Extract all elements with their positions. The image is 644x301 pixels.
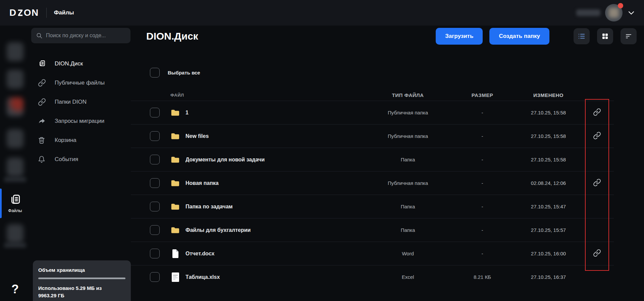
row-checkbox[interactable] <box>150 108 160 117</box>
list-view-button[interactable] <box>574 28 590 44</box>
chevron-down-icon[interactable] <box>627 9 635 17</box>
rail-app-blurred-1[interactable] <box>7 42 23 61</box>
file-name[interactable]: Новая папка <box>185 180 368 186</box>
file-name[interactable]: Отчет.docx <box>185 251 368 257</box>
sidebar-item-label: Запросы миграции <box>55 118 104 124</box>
table-row[interactable]: Файлы для бухгалтерии Папка - 27.10.25, … <box>131 218 614 242</box>
avatar[interactable] <box>605 4 623 21</box>
file-type: Публичная папка <box>368 110 448 115</box>
search-input[interactable] <box>46 33 126 39</box>
select-all-checkbox[interactable] <box>150 68 160 78</box>
main-content: DION.Диск Загрузить Создать папку Выбрат… <box>131 26 644 301</box>
upload-button[interactable]: Загрузить <box>436 28 483 45</box>
copy-link-button[interactable] <box>592 249 602 259</box>
folder-icon <box>170 156 180 164</box>
file-name[interactable]: 1 <box>185 110 368 116</box>
file-size: - <box>448 204 517 209</box>
copy-link-button[interactable] <box>592 178 602 188</box>
sidebar-item-4[interactable]: Корзина <box>30 131 131 150</box>
file-size: - <box>448 227 517 233</box>
logo-text-left: D <box>9 7 17 18</box>
sidebar-item-label: Публичные файлы <box>55 80 105 86</box>
link-icon <box>593 132 601 141</box>
docs-icon <box>38 60 46 68</box>
excel-file-icon <box>170 272 180 282</box>
create-folder-button[interactable]: Создать папку <box>489 28 549 45</box>
header-modified: ИЗМЕНЕНО <box>517 92 580 98</box>
sort-icon <box>625 32 633 40</box>
table-row[interactable]: New files Публичная папка - 27.10.25, 15… <box>131 124 614 148</box>
avatar-image-blurred <box>609 8 619 18</box>
file-name[interactable]: Файлы для бухгалтерии <box>185 227 368 233</box>
file-name[interactable]: Документы для новой задачи <box>185 157 368 163</box>
row-checkbox[interactable] <box>150 155 160 164</box>
header-file: ФАЙЛ <box>170 93 368 98</box>
folder-icon <box>170 109 180 117</box>
file-name[interactable]: Папка по задачам <box>185 204 368 210</box>
files-icon <box>9 194 21 206</box>
table-row[interactable]: Отчет.docx Word - 27.10.25, 16:00 <box>131 242 614 265</box>
file-type: Публичная папка <box>368 180 448 186</box>
row-checkbox[interactable] <box>150 131 160 141</box>
table-row[interactable]: Папка по задачам Папка - 27.10.25, 15:47 <box>131 195 614 218</box>
file-size: - <box>448 180 517 186</box>
storage-usage-line1: Использовано 5.29 МБ из <box>38 285 125 292</box>
link-icon <box>593 108 601 117</box>
storage-usage: Использовано 5.29 МБ из 9963.29 ГБ <box>38 285 125 299</box>
link-icon <box>593 179 601 188</box>
file-size: - <box>448 251 517 256</box>
file-modified: 27.10.25, 15:58 <box>517 110 580 115</box>
row-checkbox[interactable] <box>150 272 160 282</box>
help-button[interactable]: ? <box>0 282 30 296</box>
row-checkbox[interactable] <box>150 249 160 258</box>
copy-link-button[interactable] <box>592 131 602 141</box>
rail-app-blurred-3[interactable] <box>7 97 23 116</box>
dion-logo: DON <box>9 7 39 18</box>
file-modified: 27.10.25, 16:00 <box>517 251 580 256</box>
row-checkbox[interactable] <box>150 225 160 235</box>
active-indicator-bar <box>0 189 2 218</box>
storage-panel: Объем хранилища Использовано 5.29 МБ из … <box>33 260 131 301</box>
file-type: Excel <box>368 274 448 280</box>
rail-app-blurred-6[interactable] <box>7 224 23 243</box>
rail-app-blurred-2[interactable] <box>7 70 23 89</box>
file-modified: 27.10.25, 15:57 <box>517 227 580 233</box>
row-checkbox[interactable] <box>150 202 160 211</box>
sort-button[interactable] <box>621 28 637 44</box>
file-name[interactable]: New files <box>185 133 368 139</box>
rail-app-blurred-label-2 <box>4 243 26 248</box>
sidebar-item-0[interactable]: DION.Диск <box>30 54 131 73</box>
table-row[interactable]: Таблица.xlsx Excel 8.21 КБ 27.10.25, 16:… <box>131 265 614 289</box>
folder-icon <box>170 203 180 211</box>
table-row[interactable]: Документы для новой задачи Папка - 27.10… <box>131 148 614 171</box>
rail-app-blurred-5[interactable] <box>7 158 23 177</box>
storage-progress-bar <box>38 278 125 279</box>
view-toggle-group <box>574 28 637 44</box>
file-name[interactable]: Таблица.xlsx <box>185 274 368 280</box>
file-type: Word <box>368 251 448 256</box>
file-modified: 27.10.25, 15:58 <box>517 157 580 162</box>
rail-app-blurred-4[interactable] <box>7 129 23 148</box>
word-file-icon <box>170 249 180 258</box>
table-row[interactable]: Новая папка Публичная папка - 02.08.24, … <box>131 171 614 195</box>
page-title: DION.Диск <box>146 31 198 42</box>
row-checkbox[interactable] <box>150 178 160 188</box>
rail-item-label: Файлы <box>8 208 22 213</box>
folder-icon <box>170 179 180 187</box>
table-row[interactable]: 1 Публичная папка - 27.10.25, 15:58 <box>131 101 614 124</box>
sidebar-item-3[interactable]: Запросы миграции <box>30 111 131 131</box>
copy-link-button[interactable] <box>592 108 602 118</box>
rail-item-files[interactable]: Файлы <box>0 188 30 219</box>
header-type: ТИП ФАЙЛА <box>368 92 448 98</box>
logo-text-right: ON <box>24 7 39 18</box>
grid-view-button[interactable] <box>597 28 613 44</box>
header-size: РАЗМЕР <box>448 92 517 98</box>
search-box[interactable] <box>31 28 130 43</box>
sidebar-item-2[interactable]: Папки DION <box>30 92 131 111</box>
bell-icon <box>38 155 46 163</box>
files-table: ФАЙЛ ТИП ФАЙЛА РАЗМЕР ИЗМЕНЕНО 1 Публичн… <box>131 89 614 289</box>
sidebar-item-5[interactable]: События <box>30 150 131 169</box>
link-icon <box>38 98 46 106</box>
sidebar-item-1[interactable]: Публичные файлы <box>30 73 131 92</box>
file-modified: 27.10.25, 15:58 <box>517 133 580 139</box>
